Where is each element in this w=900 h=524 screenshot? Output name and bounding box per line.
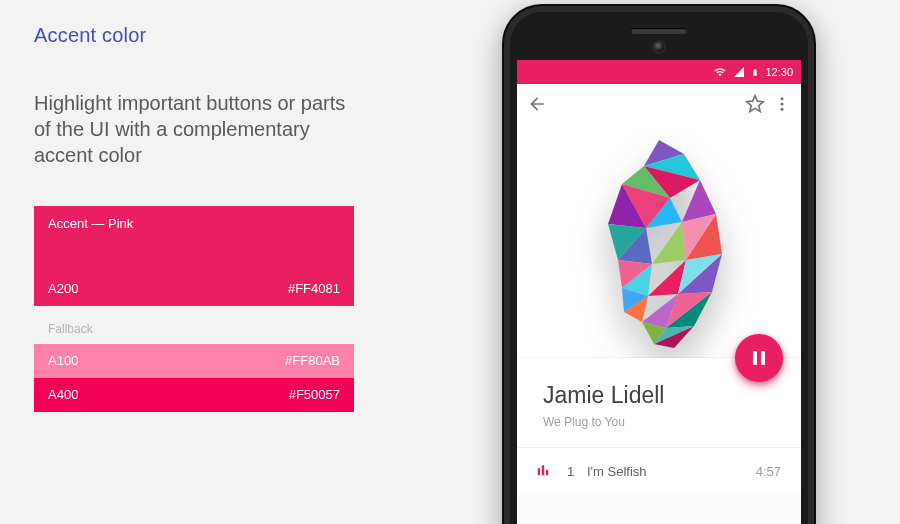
now-playing-card: Jamie Lidell We Plug to You <box>517 358 801 447</box>
pause-button[interactable] <box>735 334 783 382</box>
pause-icon <box>753 351 765 365</box>
device-speaker <box>631 28 687 34</box>
track-row[interactable]: 1 I'm Selfish 4:57 <box>517 447 801 494</box>
track-title: I'm Selfish <box>587 464 756 479</box>
album-name: We Plug to You <box>543 415 781 429</box>
swatch-main-name: Accent — Pink <box>48 216 133 231</box>
section-heading: Accent color <box>34 24 146 47</box>
swatch-panel: Accent — Pink A200 #FF4081 Fallback A100… <box>34 206 354 412</box>
device-camera <box>654 42 664 52</box>
album-art <box>517 128 801 358</box>
wifi-icon <box>713 66 727 78</box>
track-number: 1 <box>567 464 587 479</box>
artist-name: Jamie Lidell <box>543 382 781 409</box>
swatch-row-hex: #FF80AB <box>285 353 340 368</box>
overflow-icon[interactable] <box>773 94 791 118</box>
swatch-row: A100 #FF80AB <box>34 344 354 378</box>
app-bar <box>517 84 801 128</box>
swatch-main-hex: #FF4081 <box>288 281 340 296</box>
swatch-main: Accent — Pink A200 #FF4081 <box>34 206 354 306</box>
svg-point-1 <box>781 103 784 106</box>
swatch-row-code: A400 <box>48 387 78 402</box>
svg-point-0 <box>781 97 784 100</box>
svg-marker-12 <box>652 222 686 264</box>
battery-icon <box>751 66 759 79</box>
signal-icon <box>733 66 745 78</box>
section-description: Highlight important buttons or parts of … <box>34 90 364 168</box>
svg-point-2 <box>781 108 784 111</box>
back-icon[interactable] <box>527 94 547 118</box>
swatch-row: A400 #F50057 <box>34 378 354 412</box>
equalizer-icon <box>535 463 551 480</box>
track-duration: 4:57 <box>756 464 781 479</box>
swatch-row-code: A100 <box>48 353 78 368</box>
device-frame: 12:30 <box>502 4 816 524</box>
swatch-row-hex: #F50057 <box>289 387 340 402</box>
swatch-main-code: A200 <box>48 281 78 296</box>
device-screen: 12:30 <box>517 60 801 524</box>
status-bar: 12:30 <box>517 60 801 84</box>
fallback-label: Fallback <box>34 306 354 344</box>
star-icon[interactable] <box>745 94 765 118</box>
status-time: 12:30 <box>765 66 793 78</box>
